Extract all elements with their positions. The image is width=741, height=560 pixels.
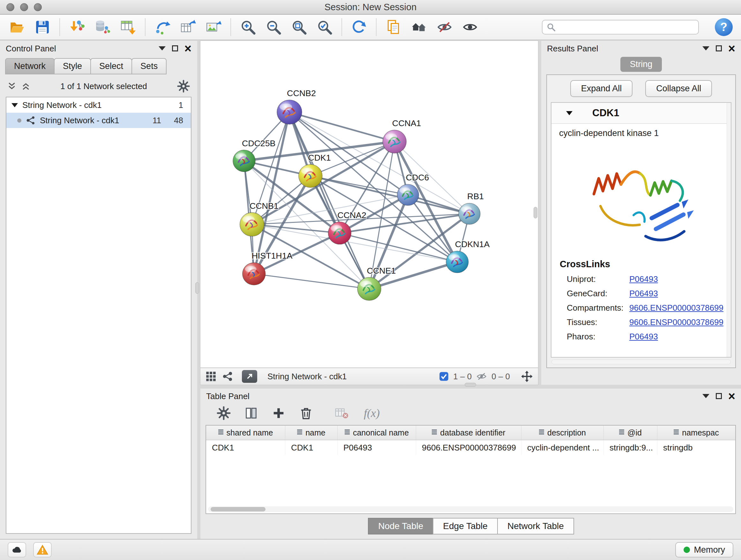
minimize-window-button[interactable]	[20, 3, 28, 11]
column-header[interactable]: name	[285, 426, 338, 440]
panel-float-icon[interactable]	[702, 46, 710, 51]
hide-graphics-button[interactable]	[436, 18, 453, 36]
new-network-from-selection-button[interactable]	[154, 18, 171, 36]
search-input[interactable]	[559, 22, 694, 32]
splitter-handle[interactable]	[195, 282, 199, 294]
apply-layout-button[interactable]	[350, 18, 367, 36]
network-edge[interactable]	[254, 274, 369, 289]
crosslink-value[interactable]: P06493	[629, 332, 658, 341]
select-columns-button[interactable]	[244, 406, 259, 421]
tab-select[interactable]: Select	[90, 58, 132, 74]
zoom-in-icon	[240, 19, 256, 35]
network-canvas[interactable]: CCNB2CCNA1CDC25BCDK1CDC6RB1CCNB1CCNA2CDK…	[200, 41, 538, 368]
collection-collapse-caret-icon[interactable]	[11, 103, 18, 107]
expand-all-networks-icon[interactable]	[7, 81, 17, 91]
table-row[interactable]: CDK1CDK1P064939606.ENSP00000378699cyclin…	[206, 440, 735, 455]
export-table-button[interactable]	[179, 18, 197, 36]
scrollbar-thumb[interactable]	[211, 507, 266, 511]
panel-maximize-icon[interactable]	[716, 45, 722, 51]
zoom-window-button[interactable]	[34, 3, 42, 11]
tab-style[interactable]: Style	[54, 58, 91, 74]
warnings-button[interactable]	[33, 542, 52, 557]
home-button[interactable]	[410, 18, 428, 36]
import-network-database-button[interactable]	[94, 18, 111, 36]
collapse-all-button[interactable]: Collapse All	[645, 80, 712, 97]
column-header[interactable]: namespac	[657, 426, 735, 440]
network-node-cdk1[interactable]	[299, 165, 322, 187]
tab-string[interactable]: String	[620, 57, 662, 72]
panel-close-icon[interactable]: ×	[728, 44, 735, 53]
zoom-fit-button[interactable]	[290, 18, 308, 36]
panel-close-icon[interactable]: ×	[185, 44, 192, 53]
network-edge[interactable]	[254, 112, 289, 273]
cloud-status-button[interactable]	[8, 542, 26, 557]
crosslink-value[interactable]: 9606.ENSP00000378699	[629, 317, 724, 327]
tab-node-table[interactable]: Node Table	[368, 518, 433, 535]
column-header[interactable]: @id	[604, 426, 657, 440]
delete-column-button[interactable]	[299, 406, 313, 421]
crosslink-value[interactable]: P06493	[629, 274, 658, 284]
column-label: shared name	[226, 428, 273, 437]
crosslink-value[interactable]: P06493	[629, 289, 658, 299]
panel-float-icon[interactable]	[702, 394, 710, 398]
tree-row-network[interactable]: String Network - cdk1 11 48	[6, 113, 191, 128]
zoom-in-button[interactable]	[239, 18, 257, 36]
splitter-handle[interactable]	[534, 207, 537, 219]
splitter-handle[interactable]	[465, 383, 476, 387]
table-options-gear-button[interactable]	[216, 406, 231, 421]
panel-float-icon[interactable]	[158, 46, 165, 51]
column-header[interactable]: description	[522, 426, 604, 440]
pan-move-icon[interactable]	[521, 370, 533, 382]
zoom-selected-button[interactable]	[316, 18, 333, 36]
open-session-button[interactable]	[8, 18, 25, 36]
card-scrollbar[interactable]	[727, 103, 731, 357]
tree-row-collection[interactable]: String Network - cdk1 1	[6, 98, 191, 113]
network-edge[interactable]	[289, 112, 469, 214]
birdseye-grid-icon[interactable]	[205, 371, 216, 382]
function-builder-button[interactable]: f(x)	[364, 407, 380, 420]
save-session-button[interactable]	[34, 18, 51, 36]
detach-view-button[interactable]	[242, 370, 257, 383]
network-node-ccnb1[interactable]	[240, 212, 264, 236]
network-node-hist1h1a[interactable]	[243, 262, 266, 285]
add-column-button[interactable]	[271, 406, 286, 421]
column-header[interactable]: database identifier	[416, 426, 522, 440]
network-node-ccna1[interactable]	[383, 130, 406, 153]
results-horizontal-scrollbar[interactable]	[551, 360, 731, 364]
selected-checkbox-icon[interactable]	[439, 372, 449, 381]
network-edge[interactable]	[289, 112, 369, 289]
zoom-out-button[interactable]	[265, 18, 282, 36]
hidden-eye-slash-icon[interactable]	[476, 371, 487, 382]
panel-maximize-icon[interactable]	[172, 45, 178, 51]
network-options-gear-button[interactable]	[177, 79, 190, 93]
network-node-cdc25b[interactable]	[233, 150, 255, 172]
show-graphics-button[interactable]	[461, 18, 479, 36]
crosslink-value[interactable]: 9606.ENSP00000378699	[629, 303, 724, 313]
close-window-button[interactable]	[6, 3, 14, 11]
tab-sets[interactable]: Sets	[131, 58, 166, 74]
network-node-ccne1[interactable]	[357, 277, 381, 300]
network-node-ccnb2[interactable]	[277, 100, 302, 124]
network-node-ccna2[interactable]	[328, 222, 351, 244]
network-overview-icon[interactable]	[222, 371, 233, 382]
card-collapse-caret-icon[interactable]	[566, 111, 572, 115]
import-table-button[interactable]	[119, 18, 137, 36]
tab-edge-table[interactable]: Edge Table	[433, 518, 498, 535]
collapse-all-networks-icon[interactable]	[21, 81, 30, 91]
column-header[interactable]: canonical name	[338, 426, 416, 440]
import-network-file-button[interactable]	[68, 18, 85, 36]
column-header[interactable]: shared name	[206, 426, 285, 440]
network-node-cdc6[interactable]	[397, 184, 419, 205]
tab-network-table[interactable]: Network Table	[497, 518, 574, 535]
tab-network[interactable]: Network	[5, 58, 55, 74]
memory-indicator-button[interactable]: Memory	[675, 542, 733, 557]
copy-document-button[interactable]	[385, 18, 402, 36]
expand-all-button[interactable]: Expand All	[570, 80, 633, 97]
panel-maximize-icon[interactable]	[716, 393, 722, 399]
network-node-rb1[interactable]	[459, 203, 480, 224]
search-icon	[546, 22, 556, 32]
panel-close-icon[interactable]: ×	[728, 391, 735, 401]
network-node-cdkn1a[interactable]	[446, 251, 468, 273]
export-image-button[interactable]	[205, 18, 222, 36]
help-button[interactable]: ?	[715, 18, 733, 36]
